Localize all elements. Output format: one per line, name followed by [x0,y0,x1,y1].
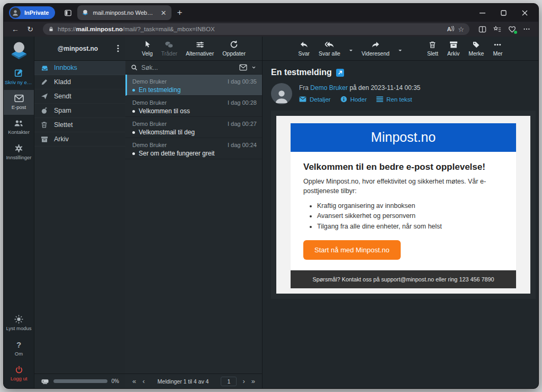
search-bar[interactable] [125,61,262,75]
from-name[interactable]: Demo Bruker [310,84,348,92]
taskmenu-mail-label: E-post [5,105,33,111]
folder-trash[interactable]: Slettet [34,118,125,132]
back-icon[interactable]: ← [9,23,22,35]
message-sender: Demo Bruker [132,121,167,127]
search-scope-envelope-icon[interactable] [239,64,247,71]
essentials-status-dot [514,31,517,34]
folder-list: Innboks Kladd Sendt [34,61,125,373]
email-bullet: Tilgang fra alle dine enheter, når som h… [317,222,503,232]
archive-button[interactable]: Arkiv [447,41,459,57]
window-minimize-button[interactable] [472,5,493,21]
folder-trash-label: Slettet [54,121,73,129]
forward-label: Videresend [362,50,390,57]
inprivate-badge[interactable]: InPrivate [9,6,55,19]
first-page-icon[interactable]: « [130,377,139,385]
archive-label: Arkiv [447,50,459,57]
read-aloud-icon[interactable]: A [447,26,454,32]
next-page-icon[interactable]: › [240,377,247,385]
folder-inbox[interactable]: Innboks [34,61,125,75]
collections-icon[interactable] [491,23,503,35]
message-list: Demo BrukerI dag 00:35 En testmelding De… [125,75,262,373]
text-lines-icon [376,96,383,102]
taskmenu-contacts[interactable]: Kontakter [4,115,34,140]
message-subject-title: En testmelding [271,68,332,77]
folder-sent[interactable]: Sendt [34,89,125,104]
reply-all-menu-caret-icon[interactable] [349,50,353,53]
browser-menu-icon[interactable] [520,23,533,35]
reply-all-button[interactable]: Svar alle [319,41,340,57]
plaintext-link[interactable]: Ren tekst [376,96,412,103]
message-sender: Demo Bruker [132,142,167,148]
mark-button[interactable]: Merke [468,41,484,57]
desktop: InPrivate mail.minpost.no Webmail :: Inn… [0,0,542,392]
select-button[interactable]: Velg [142,40,152,57]
folder-options-kebab-icon[interactable] [114,42,122,54]
prev-page-icon[interactable]: ‹ [140,377,147,385]
options-button[interactable]: Alternativer [186,41,214,57]
reply-all-label: Svar alle [319,50,340,57]
folder-inbox-label: Innboks [54,64,77,71]
contacts-icon [14,119,24,127]
taskmenu-settings[interactable]: Innstillinger [4,140,34,165]
compose-button[interactable]: Skriv ny e-p... [4,64,34,90]
headers-label: Hoder [350,96,367,103]
browser-essentials-icon[interactable] [505,23,518,35]
last-page-icon[interactable]: » [249,377,258,385]
favorite-star-icon[interactable]: ☆ [458,25,464,33]
message-sender: Demo Bruker [132,99,167,106]
threads-button[interactable]: Tråder [161,41,178,57]
open-in-new-window-icon[interactable] [336,69,344,77]
browser-tab[interactable]: mail.minpost.no Webmail :: Innboks ✕ [77,5,171,20]
new-tab-button[interactable]: + [171,7,187,18]
split-screen-icon[interactable] [476,23,489,35]
mail-icon [14,94,24,103]
pencil-icon [41,78,49,86]
unread-dot [132,152,135,155]
tab-favicon [82,9,89,16]
headers-link[interactable]: Hoder [340,96,367,103]
message-row[interactable]: Demo BrukerI dag 00:27 Velkomstmail til … [125,117,262,138]
message-row[interactable]: Demo BrukerI dag 00:24 Ser om dette fung… [125,138,262,159]
message-reader: En testmelding Fra Demo Bruker på den 20… [263,61,538,388]
email-cta-button[interactable]: Start nå med Minpost.no [303,240,401,260]
meta-lines: Fra Demo Bruker på den 2023-11-14 00:35 … [299,83,420,104]
search-options-chevron-icon[interactable] [251,65,257,70]
lock-icon[interactable] [48,26,54,32]
refresh-list-button[interactable]: Oppdater [222,40,246,57]
webmail-app: Skriv ny e-p... E-post Kontakter Innstil… [4,37,538,388]
window-maximize-button[interactable] [493,5,514,21]
taskmenu-contacts-label: Kontakter [5,130,33,135]
threads-icon [165,41,174,49]
folder-archive-label: Arkiv [54,135,69,143]
folder-archive[interactable]: Arkiv [34,132,125,147]
email-heading: Velkommen til en bedre e-post opplevelse… [303,162,503,172]
about-button[interactable]: ? Om [4,336,34,361]
folder-panel: @minpost.no Innboks Kladd [34,37,125,388]
message-row[interactable]: Demo BrukerI dag 00:35 En testmelding [125,75,262,96]
reply-button[interactable]: Svar [298,41,310,57]
taskmenu-mail[interactable]: E-post [4,90,34,115]
tab-close-icon[interactable]: ✕ [159,8,169,17]
lightmode-toggle[interactable]: Lyst modus [4,311,34,336]
details-link[interactable]: Detaljer [299,96,331,103]
sliders-icon [196,41,204,49]
logout-button[interactable]: Logg ut [4,361,34,388]
message-subject: Velkommen til oss [139,107,190,115]
tab-workspaces-icon[interactable] [60,5,75,20]
page-number-input[interactable] [221,377,237,386]
window-close-button[interactable] [514,5,535,21]
details-label: Detaljer [310,96,331,103]
forward-button[interactable]: Videresend [362,41,390,57]
delete-button[interactable]: Slett [427,41,438,57]
folder-spam[interactable]: Spam [34,104,125,118]
refresh-icon[interactable]: ↻ [24,23,37,35]
message-row[interactable]: Demo BrukerI dag 00:28 Velkommen til oss [125,96,262,117]
search-input[interactable] [141,64,236,71]
folder-drafts-label: Kladd [54,78,71,86]
address-bar[interactable]: https://mail.minpost.no/mail/?_task=mail… [43,23,469,35]
folder-drafts[interactable]: Kladd [34,75,125,89]
forward-menu-caret-icon[interactable] [399,50,402,53]
logout-label: Logg ut [5,376,33,382]
more-button[interactable]: Mer [493,41,502,57]
message-list-panel: Velg Tråder Alternativer [125,37,263,388]
